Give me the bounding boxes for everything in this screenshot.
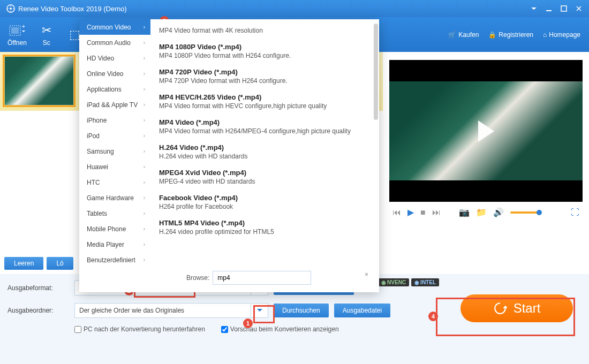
app-title: Renee Video Toolbox 2019 (Demo)	[18, 5, 127, 13]
category-item[interactable]: iPad && Apple TV›	[79, 97, 150, 112]
preview-checkbox[interactable]: Vorschau beim Konvertieren anzeigen	[221, 325, 339, 333]
maximize-icon[interactable]	[560, 5, 568, 12]
fullscreen-button[interactable]: ⛶	[571, 208, 579, 217]
nvenc-badge: ◉ NVENC	[378, 278, 409, 286]
category-item[interactable]: Online Video›	[79, 66, 150, 81]
menu-dropdown-icon[interactable]	[530, 5, 538, 12]
category-item[interactable]: Mobile Phone›	[79, 221, 150, 237]
folder-button[interactable]: 📁	[476, 207, 487, 217]
minimize-icon[interactable]	[545, 5, 553, 12]
format-item[interactable]: MP4 720P Video (*.mp4)MP4 720P Video for…	[150, 64, 379, 89]
cut-button[interactable]: ✂ Sc	[34, 17, 59, 52]
open-button[interactable]: + Öffnen	[0, 17, 34, 52]
volume-icon[interactable]: 🔊	[493, 207, 504, 217]
stop-button[interactable]: ■	[420, 208, 426, 217]
svg-rect-5	[11, 27, 19, 34]
category-item[interactable]: Samsung›	[79, 143, 150, 159]
format-item[interactable]: H.264 Video (*.mp4)H.264 video with HD s…	[150, 139, 379, 164]
output-file-button[interactable]: Ausgabedatei	[334, 304, 390, 317]
category-item[interactable]: Common Audio›	[79, 35, 150, 50]
format-label: Ausgabeformat:	[7, 284, 74, 292]
folder-dropdown[interactable]: Der gleiche Order wie das Originales	[74, 303, 251, 318]
browse-label: Browse:	[186, 274, 209, 282]
category-item[interactable]: Huawei›	[79, 159, 150, 175]
category-item[interactable]: iPod›	[79, 128, 150, 143]
volume-slider[interactable]	[510, 211, 540, 214]
clear-button[interactable]: Leeren	[4, 257, 43, 270]
cart-icon: 🛒	[448, 31, 456, 39]
format-item[interactable]: HTML5 MP4 Video (*.mp4)H.264 video profi…	[150, 215, 379, 240]
delete-button[interactable]: Lö	[47, 257, 73, 270]
titlebar: Renee Video Toolbox 2019 (Demo)	[0, 0, 589, 17]
category-item[interactable]: Media Player›	[79, 237, 150, 252]
svg-rect-3	[561, 6, 567, 11]
folder-dropdown-toggle[interactable]	[251, 303, 268, 318]
format-list: MP4 Video format with 4K resolutionMP4 1…	[150, 19, 379, 267]
format-search-input[interactable]	[213, 271, 311, 285]
player-controls: ⏮ ▶ ■ ⏭ 📷 📁 🔊 ⛶	[389, 202, 583, 223]
format-item[interactable]: MP4 Video format with 4K resolution	[150, 22, 379, 39]
browse-button[interactable]: Durchsuchen	[274, 304, 329, 317]
category-item[interactable]: HTC›	[79, 175, 150, 190]
close-icon[interactable]	[575, 5, 583, 12]
play-overlay-icon[interactable]	[478, 120, 494, 142]
video-thumbnail[interactable]	[4, 56, 74, 105]
homepage-link[interactable]: ⌂Homepage	[543, 31, 580, 39]
refresh-icon	[493, 301, 507, 315]
home-icon: ⌂	[543, 31, 547, 39]
folder-label: Ausgabeordner:	[7, 307, 74, 314]
category-item[interactable]: iPhone›	[79, 112, 150, 128]
next-button[interactable]: ⏭	[432, 208, 441, 217]
start-button[interactable]: Start	[460, 294, 573, 322]
category-list: Common Video›Common Audio›HD Video›Onlin…	[79, 19, 150, 271]
prev-button[interactable]: ⏮	[392, 208, 401, 217]
category-item[interactable]: Common Video›	[79, 19, 150, 35]
format-item[interactable]: MPEG4 Xvid Video (*.mp4)MPEG-4 video wit…	[150, 164, 379, 189]
snapshot-button[interactable]: 📷	[459, 207, 470, 217]
format-item[interactable]: MP4 1080P Video (*.mp4)MP4 1080P Video f…	[150, 39, 379, 64]
register-link[interactable]: 🔒Registrieren	[488, 31, 533, 39]
lock-icon: 🔒	[488, 31, 496, 39]
category-item[interactable]: HD Video›	[79, 50, 150, 66]
format-item[interactable]: Facebook Video (*.mp4)H264 profile for F…	[150, 189, 379, 215]
buy-link[interactable]: 🛒Kaufen	[448, 31, 479, 39]
intel-badge: ◉ INTEL	[411, 278, 439, 286]
category-item[interactable]: Tablets›	[79, 206, 150, 221]
svg-point-1	[10, 7, 12, 10]
category-item[interactable]: Benutzerdefiniert›	[79, 252, 150, 268]
scrollbar[interactable]	[374, 24, 378, 120]
category-item[interactable]: Applications›	[79, 81, 150, 97]
shutdown-checkbox[interactable]: PC nach der Konvertierung herunterfahren	[74, 325, 205, 333]
format-item[interactable]: MP4 Video (*.mp4)MP4 Video format with H…	[150, 114, 379, 139]
filmstrip-add-icon: +	[9, 23, 25, 38]
svg-text:+: +	[22, 24, 25, 29]
format-item[interactable]: MP4 HEVC/H.265 Video (*.mp4)MP4 Video fo…	[150, 89, 379, 114]
app-logo-icon	[6, 4, 15, 13]
video-preview[interactable]	[389, 60, 583, 202]
format-selector-panel: Common Video›Common Audio›HD Video›Onlin…	[79, 19, 379, 292]
scissors-icon: ✂	[42, 23, 51, 38]
svg-rect-2	[546, 10, 552, 11]
play-button[interactable]: ▶	[407, 207, 414, 217]
category-item[interactable]: Game Hardware›	[79, 190, 150, 206]
clear-search-icon[interactable]: ×	[365, 271, 368, 278]
